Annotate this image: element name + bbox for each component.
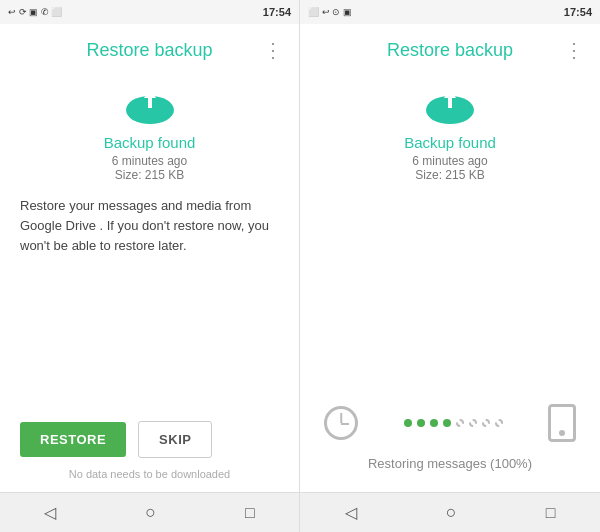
backup-time-right: 6 minutes ago: [412, 154, 487, 168]
restore-description: Restore your messages and media from Goo…: [20, 196, 279, 256]
back-button-right[interactable]: ◁: [345, 503, 357, 522]
progress-dots: [358, 419, 548, 427]
restore-button[interactable]: RESTORE: [20, 422, 126, 457]
backup-found-label-left: Backup found: [104, 134, 196, 151]
phone-device-icon: [548, 404, 576, 442]
dot-2: [417, 419, 425, 427]
dot-8: [495, 419, 503, 427]
recent-button-right[interactable]: □: [546, 504, 556, 522]
cloud-icon-left: [0, 80, 299, 128]
home-button-right[interactable]: ○: [446, 502, 457, 523]
nav-bar-right: ◁ ○ □: [300, 492, 600, 532]
time-left: 17:54: [263, 6, 291, 18]
dot-1: [404, 419, 412, 427]
notification-icons-left: ↩ ⟳ ▣ ✆ ⬜: [8, 7, 62, 17]
history-icon: [324, 406, 358, 440]
app-header-left: Restore backup ⋮: [0, 24, 299, 70]
app-header-right: Restore backup ⋮: [300, 24, 600, 70]
backup-found-label-right: Backup found: [404, 134, 496, 151]
progress-track: [300, 404, 600, 442]
panel-before-restore: Restore backup ⋮ Backup found 6 minutes …: [0, 24, 300, 492]
restoring-status: Restoring messages (100%): [368, 456, 532, 471]
status-bar-left: ↩ ⟳ ▣ ✆ ⬜ 17:54: [0, 0, 300, 24]
dot-4: [443, 419, 451, 427]
status-bar-right: ⬜ ↩ ⊙ ▣ 17:54: [300, 0, 600, 24]
dot-5: [456, 419, 464, 427]
backup-time-left: 6 minutes ago: [112, 154, 187, 168]
time-right: 17:54: [564, 6, 592, 18]
app-title-left: Restore backup: [36, 40, 263, 61]
backup-size-left: Size: 215 KB: [115, 168, 184, 182]
home-button-left[interactable]: ○: [145, 502, 156, 523]
skip-button[interactable]: SKIP: [138, 421, 212, 458]
back-button-left[interactable]: ◁: [44, 503, 56, 522]
backup-size-right: Size: 215 KB: [415, 168, 484, 182]
notification-icons-right: ⬜ ↩ ⊙ ▣: [308, 7, 352, 17]
dot-7: [482, 419, 490, 427]
panel-during-restore: Restore backup ⋮ Backup found 6 minutes …: [300, 24, 600, 492]
nav-bar-left: ◁ ○ □: [0, 492, 300, 532]
menu-dots-left[interactable]: ⋮: [263, 38, 283, 62]
menu-dots-right[interactable]: ⋮: [564, 38, 584, 62]
app-title-right: Restore backup: [336, 40, 564, 61]
cloud-icon-right: [300, 80, 600, 128]
recent-button-left[interactable]: □: [245, 504, 255, 522]
dot-6: [469, 419, 477, 427]
no-download-note: No data needs to be downloaded: [69, 468, 230, 480]
dot-3: [430, 419, 438, 427]
